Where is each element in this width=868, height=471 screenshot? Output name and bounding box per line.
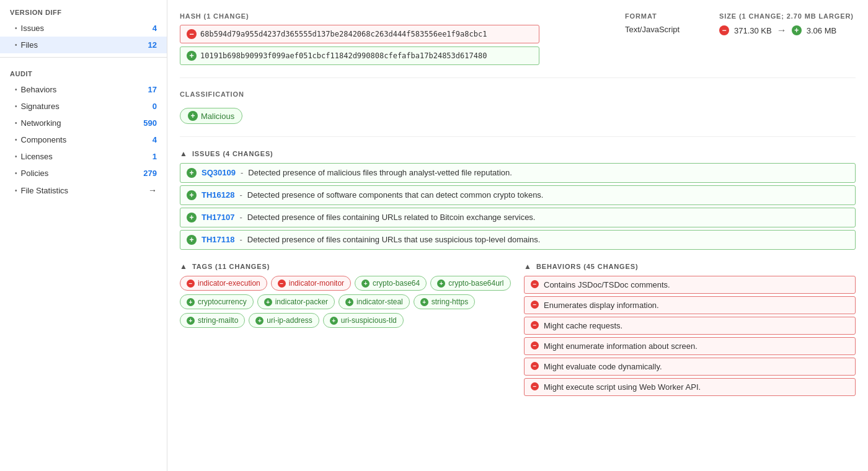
plus-icon: +: [188, 111, 198, 121]
behaviors-title: BEHAVIORS (45 Changes): [536, 263, 639, 270]
classification-title: CLASSIFICATION: [180, 90, 856, 98]
plus-icon: +: [187, 168, 197, 178]
arrow-icon: →: [148, 185, 157, 195]
bullet-icon: •: [15, 187, 17, 194]
behaviors-list: − Contains JSDoc/TSDoc comments. − Enume…: [524, 276, 856, 396]
issues-badge: 4: [153, 24, 157, 33]
issues-header[interactable]: ▲ ISSUES (4 Changes): [180, 149, 856, 158]
behavior-row: − Might execute script using Web Worker …: [524, 378, 856, 396]
tag-item: + string-https: [414, 294, 475, 309]
sidebar-item-policies[interactable]: • Policies 279: [0, 165, 167, 182]
behavior-row: − Enumerates display information.: [524, 296, 856, 314]
size-row: − 371.30 KB → + 3.06 MB: [719, 25, 856, 36]
sidebar-item-label: Components: [21, 135, 67, 144]
tag-item: + indicator-steal: [339, 294, 410, 309]
plus-icon: +: [330, 317, 338, 325]
issue-row: + TH17107 - Detected presence of files c…: [180, 208, 856, 227]
behaviors-header[interactable]: ▲ BEHAVIORS (45 Changes): [524, 262, 856, 271]
bullet-icon: •: [15, 25, 17, 32]
plus-icon: +: [187, 235, 197, 245]
minus-icon: −: [187, 29, 197, 39]
behavior-text: Might execute script using Web Worker AP…: [544, 382, 701, 392]
sidebar-item-behaviors[interactable]: • Behaviors 17: [0, 81, 167, 98]
format-value: Text/JavaScript: [625, 25, 699, 34]
arrow-right-icon: →: [777, 25, 787, 36]
hash-removed-row: − 68b594d79a955d4237d365555d137be2842068…: [180, 25, 539, 43]
sidebar-item-signatures[interactable]: • Signatures 0: [0, 98, 167, 115]
plus-icon: +: [792, 25, 802, 35]
sidebar-item-licenses[interactable]: • Licenses 1: [0, 148, 167, 165]
sidebar-item-file-statistics[interactable]: • File Statistics →: [0, 182, 167, 199]
tag-item: + uri-ip-address: [249, 313, 319, 328]
tag-item: + string-mailto: [180, 313, 245, 328]
behavior-text: Might cache requests.: [544, 321, 622, 330]
bullet-icon: •: [15, 136, 17, 143]
signatures-badge: 0: [153, 102, 157, 111]
plus-icon: +: [361, 280, 370, 288]
sidebar-item-label: Networking: [21, 118, 61, 128]
behavior-text: Might enumerate information about screen…: [544, 341, 698, 351]
minus-icon: −: [531, 280, 539, 288]
tag-item: + cryptocurrency: [180, 294, 254, 309]
issues-list: + SQ30109 - Detected presence of malicio…: [180, 163, 856, 250]
issue-id: SQ30109: [202, 168, 236, 177]
issue-text: Detected presence of malicious files thr…: [248, 168, 512, 177]
size-title: SIZE (1 Change; 2.70 MB Larger): [719, 12, 856, 20]
hash-added-value: 10191b698b90993f099aef051cbcf11842d99080…: [200, 51, 487, 60]
bullet-icon: •: [15, 103, 17, 110]
main-content: HASH (1 Change) − 68b594d79a955d4237d365…: [167, 0, 868, 471]
sidebar-item-label: File Statistics: [21, 186, 69, 195]
behavior-row: − Contains JSDoc/TSDoc comments.: [524, 276, 856, 294]
hash-section: HASH (1 Change) − 68b594d79a955d4237d365…: [180, 10, 605, 65]
minus-icon: −: [278, 280, 286, 288]
classification-value: Malicious: [201, 112, 234, 121]
classification-tag: + Malicious: [180, 108, 242, 124]
top-row: HASH (1 Change) − 68b594d79a955d4237d365…: [180, 10, 856, 78]
sidebar-item-components[interactable]: • Components 4: [0, 131, 167, 148]
issue-row: + SQ30109 - Detected presence of malicio…: [180, 163, 856, 183]
hash-title: HASH (1 Change): [180, 12, 605, 20]
behavior-text: Might evaluate code dynamically.: [544, 362, 662, 371]
hash-removed-value: 68b594d79a955d4237d365555d137be2842068c2…: [200, 30, 487, 38]
tag-item: − indicator-monitor: [271, 276, 351, 291]
tags-behaviors-row: ▲ TAGS (11 Changes) − indicator-executio…: [180, 262, 856, 398]
sidebar-item-networking[interactable]: • Networking 590: [0, 115, 167, 131]
sidebar-item-label: Licenses: [21, 152, 53, 161]
behavior-row: − Might cache requests.: [524, 317, 856, 335]
issue-id: TH16128: [202, 190, 234, 200]
plus-icon: +: [255, 317, 264, 325]
tags-header[interactable]: ▲ TAGS (11 Changes): [180, 262, 512, 271]
issues-section: ▲ ISSUES (4 Changes) + SQ30109 - Detecte…: [180, 149, 856, 250]
sidebar-item-files[interactable]: • Files 12: [0, 37, 167, 53]
issue-text: Detected presence of files containing UR…: [247, 235, 541, 244]
tag-item: + crypto-base64: [355, 276, 427, 291]
plus-icon: +: [187, 298, 195, 306]
size-new: 3.06 MB: [807, 26, 836, 35]
bullet-icon: •: [15, 42, 17, 48]
minus-icon: −: [719, 25, 729, 35]
bullet-icon: •: [15, 120, 17, 126]
tag-item: + crypto-base64url: [430, 276, 510, 291]
minus-icon: −: [531, 382, 539, 390]
issue-text: Detected presence of files containing UR…: [247, 213, 536, 222]
files-badge: 12: [148, 40, 157, 50]
plus-icon: +: [187, 190, 197, 200]
issue-text: Detected presence of software components…: [247, 190, 544, 200]
format-title: FORMAT: [625, 12, 699, 20]
sidebar-item-issues[interactable]: • Issues 4: [0, 20, 167, 37]
issue-id: TH17118: [202, 235, 234, 244]
minus-icon: −: [531, 341, 539, 350]
sidebar-item-label: Signatures: [21, 102, 60, 111]
bullet-icon: •: [15, 86, 17, 93]
sidebar-item-label: Issues: [21, 24, 45, 33]
behavior-text: Enumerates display information.: [544, 301, 659, 310]
networking-badge: 590: [143, 118, 157, 128]
classification-section: CLASSIFICATION + Malicious: [180, 90, 856, 137]
format-section: FORMAT Text/JavaScript: [625, 10, 699, 34]
issue-id: TH17107: [202, 213, 234, 222]
hash-added-row: + 10191b698b90993f099aef051cbcf11842d990…: [180, 46, 539, 65]
plus-icon: +: [187, 213, 197, 222]
tags-title: TAGS (11 Changes): [192, 263, 270, 270]
tags-container: − indicator-execution − indicator-monito…: [180, 276, 512, 328]
behavior-row: − Might enumerate information about scre…: [524, 337, 856, 355]
